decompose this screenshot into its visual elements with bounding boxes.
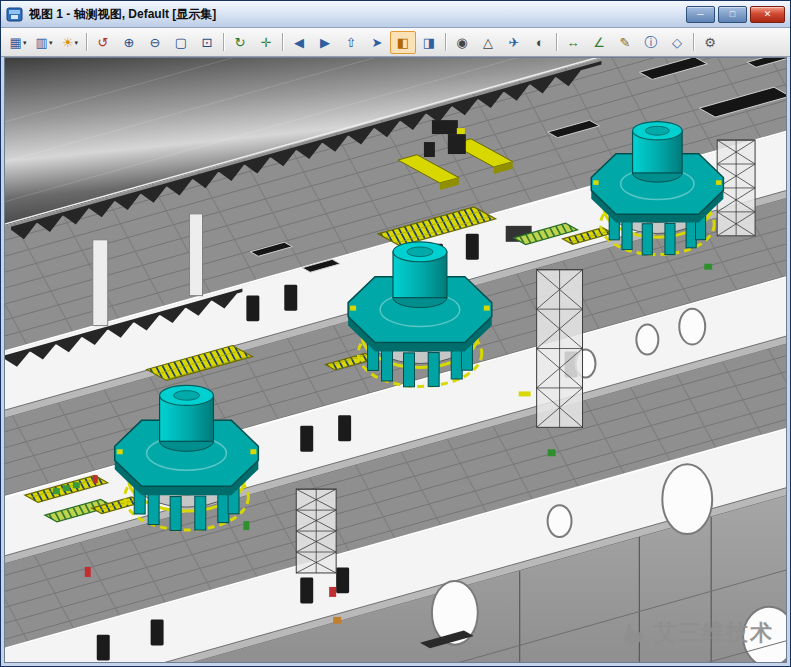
toolbar-separator [693,33,694,51]
rack-cell [53,488,60,494]
door-opening [246,295,259,321]
zoom-out-glyph: ⊖ [150,36,161,49]
hull-cutout-ellipse [636,325,658,355]
render-mode-glyph: ◐ [536,36,544,49]
lattice-tower [296,489,336,573]
lattice-tower [537,270,583,428]
measure-distance-glyph: ↔ [567,36,580,49]
clip-mask-glyph: ◨ [423,36,435,49]
app-window: 视图 1 - 轴测视图, Default [显示集] ─ □ ✕ ▦▾▥▾☀▾↺… [0,0,791,667]
measure-distance-icon[interactable]: ↔ [560,31,586,54]
display-style-glyph: ▥ [36,36,48,49]
camera-settings-glyph: ◉ [456,36,467,49]
element-info-glyph: ⓘ [645,36,658,49]
door-opening [151,620,164,646]
camera-settings-icon[interactable]: ◉ [449,31,475,54]
display-style-icon[interactable]: ▥▾ [31,31,57,54]
door-opening [338,415,351,441]
toolbar-separator [86,33,87,51]
walk-glyph: ⇧ [346,36,357,49]
display-style-dropdown-arrow[interactable]: ▾ [49,39,53,46]
display-set-glyph: ◇ [672,36,682,49]
display-set-icon[interactable]: ◇ [664,31,690,54]
detail-marker [85,567,91,577]
door-opening [97,635,110,661]
pan-view-icon[interactable]: ✛ [253,31,279,54]
title-bar[interactable]: 视图 1 - 轴测视图, Default [显示集] ─ □ ✕ [1,1,790,28]
scene-3d-model[interactable] [5,58,786,662]
hull-cutout-ellipse [548,505,572,537]
rotate-view-glyph: ↻ [235,36,246,49]
view-attributes-glyph: ▦ [10,36,22,49]
view-previous-icon[interactable]: ◀ [286,31,312,54]
detail-marker [243,521,249,530]
view-previous-glyph: ◀ [294,36,304,49]
measure-angle-icon[interactable]: ∠ [586,31,612,54]
toolbar-separator [223,33,224,51]
perspective-icon[interactable]: △ [475,31,501,54]
rack-cell [73,482,80,488]
fly-glyph: ➤ [372,36,383,49]
hull-cutout-ellipse [662,464,712,534]
pan-view-glyph: ✛ [261,36,272,49]
adjust-brightness-dropdown-arrow[interactable]: ▾ [75,39,79,46]
update-view-glyph: ↺ [98,36,109,49]
settings-glyph: ⚙ [704,36,716,49]
app-icon [6,6,23,23]
overhead-machinery [448,134,466,154]
clip-mask-icon[interactable]: ◨ [416,31,442,54]
view-attributes-dropdown-arrow[interactable]: ▾ [23,39,27,46]
detail-marker [93,475,98,483]
window-area-icon[interactable]: ▢ [168,31,194,54]
viewport-3d[interactable]: 艾三维技术 [4,57,787,663]
toolbar-separator [445,33,446,51]
window-title: 视图 1 - 轴测视图, Default [显示集] [29,6,683,23]
perspective-glyph: △ [483,36,493,49]
support-column [93,240,108,326]
door-opening [336,567,349,593]
maximize-button[interactable]: □ [718,6,747,23]
detail-marker [704,264,712,270]
view-next-icon[interactable]: ▶ [312,31,338,54]
view-toolbar: ▦▾▥▾☀▾↺⊕⊖▢⊡↻✛◀▶⇧➤◧◨◉△✈◐↔∠✎ⓘ◇⚙ [1,28,790,57]
fit-view-glyph: ⊡ [202,36,213,49]
minimize-button[interactable]: ─ [686,6,715,23]
annotate-glyph: ✎ [620,36,631,49]
adjust-brightness-glyph: ☀ [62,36,74,49]
clip-volume-icon[interactable]: ◧ [390,31,416,54]
window-area-glyph: ▢ [175,36,187,49]
zoom-out-icon[interactable]: ⊖ [142,31,168,54]
element-info-icon[interactable]: ⓘ [638,31,664,54]
hull-cutout-ellipse [679,309,705,345]
door-opening [284,285,297,311]
clip-volume-glyph: ◧ [397,36,409,49]
update-view-icon[interactable]: ↺ [90,31,116,54]
detail-marker [548,449,556,456]
close-button[interactable]: ✕ [750,6,785,23]
door-opening [300,577,313,603]
detail-marker [333,617,341,624]
support-column [190,214,203,296]
door-opening [300,426,313,452]
adjust-brightness-icon[interactable]: ☀▾ [57,31,83,54]
measure-angle-glyph: ∠ [593,36,605,49]
rotate-view-icon[interactable]: ↻ [227,31,253,54]
toolbar-separator [556,33,557,51]
detail-marker [329,587,336,597]
rack-cell [63,485,70,491]
fly-icon[interactable]: ➤ [364,31,390,54]
zoom-in-icon[interactable]: ⊕ [116,31,142,54]
toolbar-separator [282,33,283,51]
overhead-machinery [424,142,435,157]
navigate-glyph: ✈ [509,36,520,49]
settings-icon[interactable]: ⚙ [697,31,723,54]
render-mode-icon[interactable]: ◐ [527,31,553,54]
navigate-icon[interactable]: ✈ [501,31,527,54]
door-opening [466,234,479,260]
overhead-machinery [432,120,458,134]
annotate-icon[interactable]: ✎ [612,31,638,54]
view-attributes-icon[interactable]: ▦▾ [5,31,31,54]
zoom-in-glyph: ⊕ [124,36,135,49]
walk-icon[interactable]: ⇧ [338,31,364,54]
fit-view-icon[interactable]: ⊡ [194,31,220,54]
